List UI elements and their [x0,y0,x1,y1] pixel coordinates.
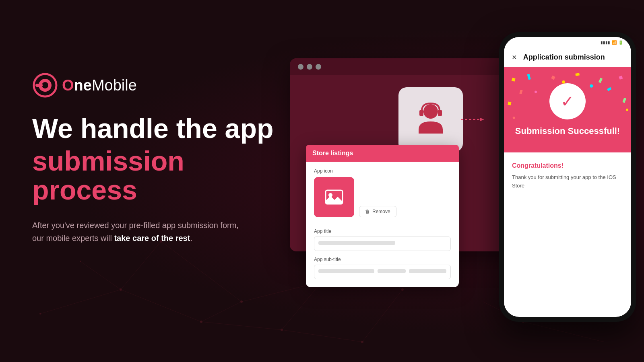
logo-text: OneMobile [62,77,137,94]
congrats-body: Thank you for submitting your app to the… [512,173,623,190]
svg-rect-40 [512,78,516,82]
icon-upload-area: 🗑 Remove [314,177,451,222]
svg-point-26 [39,313,41,315]
success-checkmark-circle: ✓ [549,83,586,119]
trash-icon: 🗑 [365,209,370,214]
svg-line-6 [201,302,242,322]
svg-point-54 [513,117,515,119]
svg-rect-45 [619,76,623,80]
store-listings-card: Store listings App icon 🗑 Remove App tit… [306,145,459,287]
svg-point-25 [80,261,81,262]
app-title-group: App title [314,228,451,251]
description-bold: take care of the rest [114,234,190,243]
headset-icon [411,99,451,140]
svg-rect-32 [35,84,43,87]
phone-header: × Application submission [504,48,631,67]
remove-button[interactable]: 🗑 Remove [359,206,396,217]
logo: OneMobile [32,72,274,98]
svg-line-0 [161,241,242,302]
svg-rect-49 [622,98,626,103]
dashed-arrow [461,116,485,123]
app-title-label: App title [314,228,451,234]
svg-point-33 [423,104,438,119]
app-subtitle-group: App sub-title [314,257,451,279]
svg-rect-43 [575,73,580,76]
remove-label: Remove [372,209,390,214]
svg-point-51 [535,91,537,93]
congrats-title: Congratulations! [512,162,623,169]
svg-line-8 [40,290,121,314]
store-card-header: Store listings [306,145,459,162]
store-card-title: Store listings [312,150,353,156]
browser-dot-2 [307,64,312,70]
svg-marker-37 [480,118,484,121]
svg-point-52 [590,84,593,88]
app-title-placeholder [318,241,395,245]
svg-line-5 [121,290,201,322]
battery-icon: 🔋 [618,40,623,45]
phone-close-button[interactable]: × [512,53,517,62]
svg-line-9 [201,322,282,330]
svg-rect-34 [419,110,423,116]
left-content: OneMobile We handle the app submission p… [32,72,274,245]
svg-rect-35 [438,110,442,116]
svg-point-17 [240,300,243,303]
app-subtitle-label: App sub-title [314,257,451,262]
app-subtitle-placeholder-1 [318,269,374,273]
headset-container [398,87,463,152]
description-text: After you've reviewed your pre-filled ap… [32,219,242,245]
phone-screen: ▮▮▮▮ 📶 🔋 × Application submission [504,37,631,317]
phone-mockup: ▮▮▮▮ 📶 🔋 × Application submission [499,32,636,322]
status-icons: ▮▮▮▮ 📶 🔋 [601,40,623,45]
logo-icon [32,72,58,98]
browser-dot-3 [316,64,321,70]
phone-title: Application submission [523,53,605,62]
svg-rect-44 [599,78,603,83]
phone-body: Congratulations! Thank you for submittin… [504,152,631,200]
right-content: Store listings App icon 🗑 Remove App tit… [282,0,644,362]
headline-line1: We handle the app [32,114,274,143]
svg-rect-48 [508,102,511,105]
signal-icon: ▮▮▮▮ [601,40,610,45]
svg-line-4 [121,241,161,290]
app-icon-upload[interactable] [314,177,354,217]
app-subtitle-placeholder-3 [409,269,446,273]
svg-point-31 [42,82,48,88]
browser-dot-1 [298,64,303,70]
svg-point-53 [626,109,628,111]
success-text: Submission Successfull! [515,126,620,136]
svg-point-20 [120,288,122,291]
wifi-icon: 📶 [612,40,617,45]
image-placeholder-icon [324,187,344,207]
checkmark-icon: ✓ [561,92,574,111]
svg-rect-47 [607,87,612,91]
svg-rect-42 [551,76,555,80]
app-icon-label: App icon [314,168,451,174]
svg-rect-46 [519,90,522,94]
svg-line-7 [80,261,121,290]
phone-success-area: ✓ Submission Successfull! [504,67,631,152]
headline-line2: submission process [32,147,274,204]
app-subtitle-placeholder-2 [378,269,406,273]
description-after: . [190,234,192,243]
phone-status-bar: ▮▮▮▮ 📶 🔋 [504,37,631,48]
svg-rect-41 [527,74,531,80]
svg-point-21 [200,321,202,323]
